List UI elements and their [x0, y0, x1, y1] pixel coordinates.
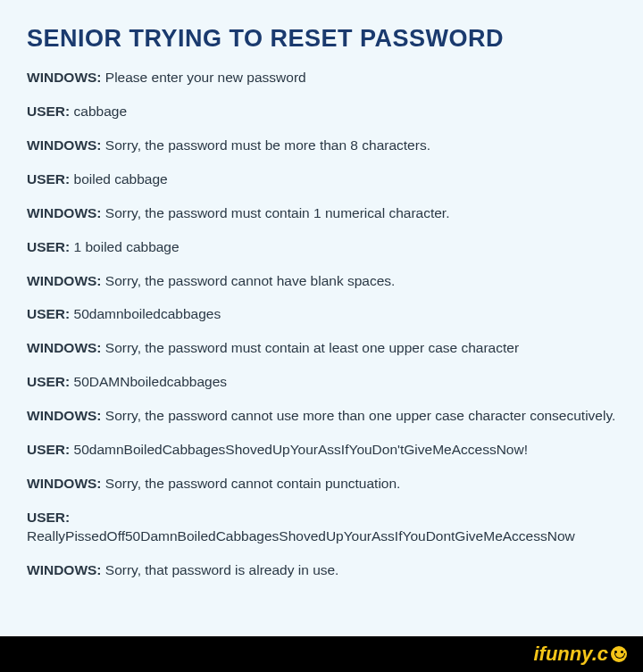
dialogue-text: Sorry, the password cannot contain punct…: [102, 476, 401, 491]
dialogue-line: USER: cabbage: [27, 103, 616, 121]
dialogue-line: WINDOWS: Sorry, the password cannot have…: [27, 272, 616, 291]
speaker-label: WINDOWS:: [27, 137, 102, 153]
dialogue-text: Sorry, the password must contain 1 numer…: [102, 205, 450, 220]
speaker-label: USER:: [27, 104, 70, 119]
speaker-label: WINDOWS:: [27, 70, 102, 85]
dialogue-line: USER: boiled cabbage: [27, 170, 616, 189]
dialogue-line: USER: 50damnboiledcabbages: [27, 305, 616, 324]
dialogue-text: ReallyPissedOff50DamnBoiledCabbagesShove…: [27, 528, 575, 543]
dialogue-line: WINDOWS: Please enter your new password: [27, 69, 616, 87]
watermark: ifunny.c: [533, 643, 627, 666]
speaker-label: WINDOWS:: [27, 205, 102, 220]
dialogue-text: 50damnboiledcabbages: [70, 306, 221, 321]
dialogue-text: Sorry, the password must be more than 8 …: [102, 137, 430, 153]
speaker-label: USER:: [27, 510, 70, 525]
speaker-label: USER:: [27, 239, 70, 254]
dialogue-list: WINDOWS: Please enter your new passwordU…: [27, 69, 616, 580]
dialogue-text: Sorry, the password cannot have blank sp…: [102, 273, 396, 288]
dialogue-text: 50DAMNboiledcabbages: [70, 374, 227, 389]
dialogue-line: WINDOWS: Sorry, the password must contai…: [27, 204, 616, 223]
dialogue-line: WINDOWS: Sorry, that password is already…: [27, 561, 616, 580]
speaker-label: WINDOWS:: [27, 408, 102, 423]
dialogue-text: Sorry, the password must contain at leas…: [102, 340, 520, 355]
dialogue-text: Please enter your new password: [102, 70, 306, 85]
speaker-label: WINDOWS:: [27, 340, 102, 355]
speaker-label: USER:: [27, 374, 70, 389]
speaker-label: USER:: [27, 442, 70, 457]
dialogue-line: USER: 50DAMNboiledcabbages: [27, 373, 616, 392]
dialogue-text: Sorry, the password cannot use more than…: [102, 408, 616, 423]
speaker-label: WINDOWS:: [27, 273, 102, 288]
dialogue-line: WINDOWS: Sorry, the password cannot use …: [27, 407, 616, 426]
watermark-text: ifunny.c: [533, 643, 608, 666]
meme-title: SENIOR TRYING TO RESET PASSWORD: [27, 25, 616, 53]
dialogue-line: USER: 1 boiled cabbage: [27, 238, 616, 257]
dialogue-line: USER: 50damnBoiledCabbagesShovedUpYourAs…: [27, 441, 616, 460]
speaker-label: USER:: [27, 171, 70, 187]
speaker-label: WINDOWS:: [27, 476, 102, 491]
speaker-label: WINDOWS:: [27, 562, 102, 577]
dialogue-text: Sorry, that password is already in use.: [102, 562, 339, 577]
smiley-icon: [611, 646, 627, 662]
dialogue-line: WINDOWS: Sorry, the password cannot cont…: [27, 475, 616, 494]
dialogue-line: WINDOWS: Sorry, the password must contai…: [27, 339, 616, 358]
dialogue-text: 1 boiled cabbage: [70, 239, 179, 254]
dialogue-text: boiled cabbage: [70, 171, 167, 187]
meme-content: SENIOR TRYING TO RESET PASSWORD WINDOWS:…: [0, 0, 643, 613]
footer-bar: ifunny.c: [0, 636, 643, 672]
dialogue-text: cabbage: [70, 104, 127, 119]
speaker-label: USER:: [27, 306, 70, 321]
dialogue-line: WINDOWS: Sorry, the password must be mor…: [27, 137, 616, 155]
dialogue-line: USER: ReallyPissedOff50DamnBoiledCabbage…: [27, 509, 616, 546]
dialogue-text: 50damnBoiledCabbagesShovedUpYourAssIfYou…: [70, 442, 528, 457]
